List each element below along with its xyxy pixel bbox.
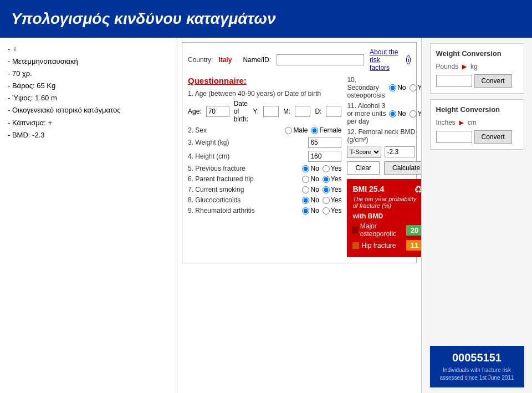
dob-m-label: M: bbox=[283, 108, 290, 115]
frax-right-col: 10. Secondary osteoporosis No Yes bbox=[347, 76, 421, 257]
weight-convert-button[interactable]: Convert bbox=[474, 74, 512, 88]
name-label: Name/ID: bbox=[243, 56, 271, 64]
q5-row: 5. Previous fracture No Yes bbox=[188, 165, 341, 172]
patient-info-line-5: - Ύψος: 1.60 m bbox=[8, 92, 169, 104]
q8-yes-radio[interactable] bbox=[323, 197, 330, 204]
action-buttons: Clear Calculate bbox=[347, 161, 421, 175]
q10-yes-label[interactable]: Yes bbox=[410, 84, 421, 91]
q11-no-label[interactable]: No bbox=[389, 110, 406, 118]
major-label-container: Major osteoporotic bbox=[352, 222, 402, 238]
cm-label: cm bbox=[468, 119, 477, 126]
q11-no-radio[interactable] bbox=[389, 110, 396, 118]
q10-yes-radio[interactable] bbox=[410, 84, 417, 91]
q7-row: 7. Current smoking No Yes bbox=[188, 186, 341, 193]
q8-label: 8. Glucocorticoids bbox=[188, 196, 300, 204]
dob-d-label: D: bbox=[315, 108, 321, 115]
q5-label: 5. Previous fracture bbox=[188, 165, 300, 172]
q9-row: 9. Rheumatoid arthritis No Yes bbox=[188, 207, 341, 215]
q6-yes-label[interactable]: Yes bbox=[323, 175, 342, 183]
q9-no-label[interactable]: No bbox=[302, 207, 319, 215]
q5-yes-label[interactable]: Yes bbox=[323, 165, 342, 172]
q8-no-radio[interactable] bbox=[302, 197, 309, 204]
page-header: Υπολογισμός κινδύνου καταγμάτων bbox=[0, 0, 532, 38]
male-radio[interactable] bbox=[285, 127, 292, 134]
q10-label: 10. Secondary osteoporosis bbox=[347, 76, 387, 99]
pounds-input[interactable] bbox=[436, 75, 472, 87]
hip-value: 11 bbox=[406, 240, 421, 251]
female-radio-label[interactable]: Female bbox=[311, 126, 341, 134]
recycle-icon: ♻ bbox=[414, 183, 421, 196]
dob-month-input[interactable] bbox=[295, 106, 310, 117]
dob-y-label: Y: bbox=[253, 108, 259, 115]
hip-color-square bbox=[352, 242, 359, 249]
stats-box: 00055151 Individuals with fracture risk … bbox=[430, 346, 524, 387]
q6-yes-radio[interactable] bbox=[323, 176, 330, 183]
q7-label: 7. Current smoking bbox=[188, 186, 300, 193]
bmd-type-select[interactable]: T-Score Z-Score bbox=[347, 146, 381, 158]
q9-yes-label[interactable]: Yes bbox=[323, 207, 342, 215]
patient-info-line-6: - Οικογενειακό ιστορικό κατάγματος bbox=[8, 104, 169, 116]
age-input[interactable] bbox=[206, 106, 229, 117]
patient-info-line-1: - ♀ bbox=[8, 43, 169, 55]
frax-left-col: Questionnaire: 1. Age (between 40-90 yea… bbox=[188, 76, 341, 257]
about-link[interactable]: About the risk factors bbox=[370, 48, 398, 72]
hip-label-container: Hip fracture bbox=[352, 242, 402, 249]
patient-info-line-8: - BMD: -2.3 bbox=[8, 129, 169, 141]
q6-no-label[interactable]: No bbox=[302, 175, 319, 183]
info-icon[interactable]: i bbox=[406, 55, 411, 64]
frax-form: Country: Italy Name/ID: About the risk f… bbox=[182, 42, 417, 263]
q6-no-radio[interactable] bbox=[302, 176, 309, 183]
q10-row: 10. Secondary osteoporosis No Yes bbox=[347, 76, 421, 99]
male-radio-label[interactable]: Male bbox=[285, 126, 308, 134]
q7-yes-label[interactable]: Yes bbox=[323, 186, 342, 193]
female-radio[interactable] bbox=[311, 127, 318, 134]
q9-yes-radio[interactable] bbox=[323, 207, 330, 215]
height-convert-button[interactable]: Convert bbox=[474, 130, 512, 144]
weight-conversion-title: Weight Conversion bbox=[436, 49, 518, 58]
name-input[interactable] bbox=[277, 54, 364, 65]
weight-arrow-icon: ► bbox=[461, 62, 468, 71]
dob-year-input[interactable] bbox=[263, 106, 279, 117]
q10-no-label[interactable]: No bbox=[389, 84, 406, 91]
q8-yes-label[interactable]: Yes bbox=[323, 196, 342, 204]
main-container: - ♀ - Μετεμμηνοπαυσιακή - 70 χρ. - Βάρος… bbox=[0, 38, 532, 393]
patient-info-line-7: - Κάπνισμα: + bbox=[8, 117, 169, 129]
dob-label: Date of birth: bbox=[234, 100, 249, 123]
inches-input[interactable] bbox=[436, 131, 472, 143]
center-panel: Country: Italy Name/ID: About the risk f… bbox=[177, 38, 421, 393]
major-label: Major osteoporotic bbox=[360, 222, 403, 238]
q11-yes-radio[interactable] bbox=[410, 110, 417, 118]
q7-no-label[interactable]: No bbox=[302, 186, 319, 193]
q5-yes-radio[interactable] bbox=[323, 165, 330, 172]
dob-day-input[interactable] bbox=[326, 106, 341, 117]
q8-no-label[interactable]: No bbox=[302, 196, 319, 204]
q5-no-label[interactable]: No bbox=[302, 165, 319, 172]
major-result-row: Major osteoporotic 20 bbox=[352, 222, 421, 238]
q4-label: 4. Height (cm) bbox=[188, 152, 308, 160]
clear-button[interactable]: Clear bbox=[347, 161, 380, 175]
pounds-label: Pounds bbox=[436, 63, 459, 70]
q9-no-radio[interactable] bbox=[302, 207, 309, 215]
q3-row: 3. Weight (kg) bbox=[188, 137, 341, 148]
bmd-value-input[interactable] bbox=[385, 146, 415, 157]
q10-no-radio[interactable] bbox=[389, 84, 396, 91]
q8-row: 8. Glucocorticoids No Yes bbox=[188, 196, 341, 204]
hip-label: Hip fracture bbox=[361, 242, 396, 249]
q11-yes-label[interactable]: Yes bbox=[410, 110, 421, 118]
q5-no-radio[interactable] bbox=[302, 165, 309, 172]
bmi-subtitle: The ten year probability of fracture (%) bbox=[352, 196, 421, 209]
bmi-value: 25.4 bbox=[369, 185, 384, 193]
q6-row: 6. Parent fractured hip No Yes bbox=[188, 175, 341, 183]
height-input[interactable] bbox=[308, 151, 341, 162]
calculate-button[interactable]: Calculate bbox=[384, 161, 421, 175]
weight-conversion-box: Weight Conversion Pounds ► kg Convert bbox=[430, 43, 524, 94]
bmi-result-box: BMI 25.4 ♻ The ten year probability of f… bbox=[347, 179, 421, 257]
q9-label: 9. Rheumatoid arthritis bbox=[188, 207, 300, 215]
country-value: Italy bbox=[218, 56, 232, 64]
height-arrow-icon: ► bbox=[458, 118, 466, 127]
q3-label: 3. Weight (kg) bbox=[188, 139, 308, 146]
q7-no-radio[interactable] bbox=[302, 186, 309, 193]
q12-bmd-section: 12. Femoral neck BMD (g/cm²) T-Score Z-S… bbox=[347, 128, 421, 158]
q7-yes-radio[interactable] bbox=[323, 186, 330, 193]
weight-input[interactable] bbox=[308, 137, 341, 148]
